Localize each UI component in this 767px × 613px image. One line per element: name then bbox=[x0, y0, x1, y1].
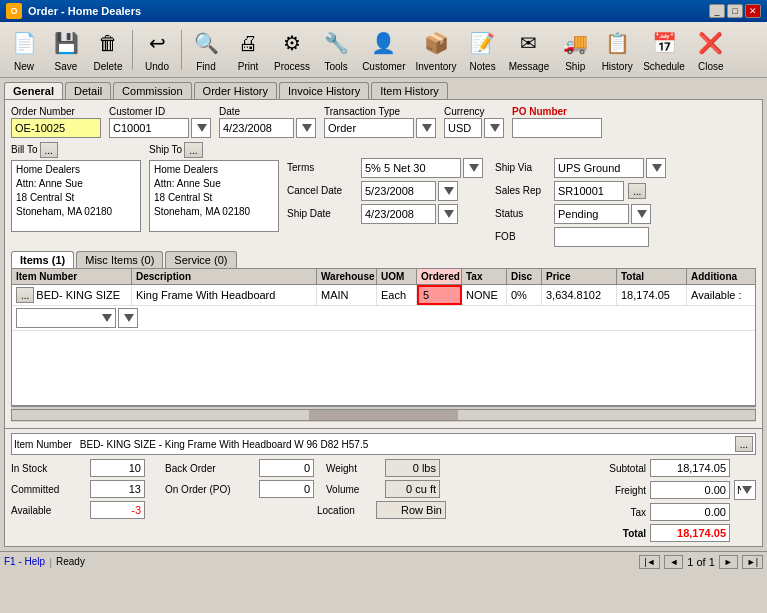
item-number-row: Item Number BED- KING SIZE - King Frame … bbox=[11, 433, 756, 455]
date-input[interactable] bbox=[219, 118, 294, 138]
customer-icon: 👤 bbox=[368, 27, 400, 59]
ship-date-input[interactable] bbox=[361, 204, 436, 224]
available-row: Available bbox=[11, 501, 145, 519]
toolbar-customer-button[interactable]: 👤 Customer bbox=[358, 25, 409, 74]
toolbar-close-button[interactable]: ❌ Close bbox=[691, 25, 731, 74]
sub-tab-service[interactable]: Service (0) bbox=[165, 251, 236, 268]
toolbar-save-button[interactable]: 💾 Save bbox=[46, 25, 86, 74]
fob-input[interactable] bbox=[554, 227, 649, 247]
item-dropdown-1[interactable] bbox=[16, 308, 116, 328]
fob-label: FOB bbox=[495, 231, 550, 242]
message-label: Message bbox=[509, 61, 550, 72]
bill-to-browse-button[interactable]: ... bbox=[40, 142, 58, 158]
volume-value[interactable] bbox=[385, 480, 440, 498]
schedule-icon: 📅 bbox=[648, 27, 680, 59]
tab-item-history[interactable]: Item History bbox=[371, 82, 448, 99]
next-page-button[interactable]: ► bbox=[719, 555, 738, 569]
cancel-date-select[interactable] bbox=[438, 181, 458, 201]
title-bar: O Order - Home Dealers _ □ ✕ bbox=[0, 0, 767, 22]
inventory-label: Inventory bbox=[415, 61, 456, 72]
tab-commission[interactable]: Commission bbox=[113, 82, 192, 99]
date-select[interactable] bbox=[296, 118, 316, 138]
weight-value[interactable] bbox=[385, 459, 440, 477]
tab-order-history[interactable]: Order History bbox=[194, 82, 277, 99]
total-value[interactable] bbox=[650, 524, 730, 542]
toolbar-notes-button[interactable]: 📝 Notes bbox=[463, 25, 503, 74]
on-order-row: On Order (PO) Volume bbox=[165, 480, 446, 498]
location-value[interactable] bbox=[376, 501, 446, 519]
sub-tab-misc-items[interactable]: Misc Items (0) bbox=[76, 251, 163, 268]
find-icon: 🔍 bbox=[190, 27, 222, 59]
in-stock-value[interactable] bbox=[90, 459, 145, 477]
item-browse-button[interactable]: ... bbox=[16, 287, 34, 303]
subtotal-value[interactable] bbox=[650, 459, 730, 477]
sub-tab-items[interactable]: Items (1) bbox=[11, 251, 74, 268]
tab-detail[interactable]: Detail bbox=[65, 82, 111, 99]
table-row[interactable]: ... BED- KING SIZE King Frame With Headb… bbox=[12, 285, 755, 306]
tax-value[interactable] bbox=[650, 503, 730, 521]
toolbar-tools-button[interactable]: 🔧 Tools bbox=[316, 25, 356, 74]
inventory-icon: 📦 bbox=[420, 27, 452, 59]
prev-page-button[interactable]: ◄ bbox=[664, 555, 683, 569]
currency-input[interactable] bbox=[444, 118, 482, 138]
first-page-button[interactable]: |◄ bbox=[639, 555, 660, 569]
toolbar-undo-button[interactable]: ↩ Undo bbox=[137, 25, 177, 74]
toolbar-new-button[interactable]: 📄 New bbox=[4, 25, 44, 74]
maximize-button[interactable]: □ bbox=[727, 4, 743, 18]
status-input[interactable] bbox=[554, 204, 629, 224]
freight-row: Freight N bbox=[576, 480, 756, 500]
tools-icon: 🔧 bbox=[320, 27, 352, 59]
close-window-button[interactable]: ✕ bbox=[745, 4, 761, 18]
cell-total: 18,174.05 bbox=[617, 285, 687, 305]
ship-via-input[interactable] bbox=[554, 158, 644, 178]
cell-ordered[interactable]: 5 bbox=[417, 285, 462, 305]
customer-id-input[interactable] bbox=[109, 118, 189, 138]
transaction-type-select[interactable] bbox=[416, 118, 436, 138]
item-number-browse-button[interactable]: ... bbox=[735, 436, 753, 452]
status-select[interactable] bbox=[631, 204, 651, 224]
last-page-button[interactable]: ►| bbox=[742, 555, 763, 569]
ship-to-address: Home DealersAttn: Anne Sue18 Central StS… bbox=[149, 160, 279, 232]
horizontal-scrollbar[interactable] bbox=[11, 406, 756, 422]
minimize-button[interactable]: _ bbox=[709, 4, 725, 18]
transaction-type-input[interactable] bbox=[324, 118, 414, 138]
tab-general[interactable]: General bbox=[4, 82, 63, 99]
sales-rep-input[interactable] bbox=[554, 181, 624, 201]
available-value[interactable] bbox=[90, 501, 145, 519]
toolbar-message-button[interactable]: ✉ Message bbox=[505, 25, 554, 74]
terms-select[interactable] bbox=[463, 158, 483, 178]
freight-flag-select[interactable]: N bbox=[734, 480, 756, 500]
item-dropdown-2[interactable] bbox=[118, 308, 138, 328]
print-icon: 🖨 bbox=[232, 27, 264, 59]
ship-via-select[interactable] bbox=[646, 158, 666, 178]
toolbar-ship-button[interactable]: 🚚 Ship bbox=[555, 25, 595, 74]
toolbar-schedule-button[interactable]: 📅 Schedule bbox=[639, 25, 689, 74]
toolbar-delete-button[interactable]: 🗑 Delete bbox=[88, 25, 128, 74]
currency-select[interactable] bbox=[484, 118, 504, 138]
item-number-value: BED- KING SIZE bbox=[36, 289, 120, 301]
sales-rep-browse-button[interactable]: ... bbox=[628, 183, 646, 199]
customer-id-select[interactable] bbox=[191, 118, 211, 138]
toolbar-separator bbox=[181, 30, 182, 70]
cancel-date-input[interactable] bbox=[361, 181, 436, 201]
toolbar-find-button[interactable]: 🔍 Find bbox=[186, 25, 226, 74]
main-content: GeneralDetailCommissionOrder HistoryInvo… bbox=[0, 78, 767, 551]
terms-input[interactable] bbox=[361, 158, 461, 178]
close-icon: ❌ bbox=[695, 27, 727, 59]
on-order-value[interactable] bbox=[259, 480, 314, 498]
freight-value[interactable] bbox=[650, 481, 730, 499]
tab-invoice-history[interactable]: Invoice History bbox=[279, 82, 369, 99]
ship-date-label: Ship Date bbox=[287, 208, 357, 219]
window-title: Order - Home Dealers bbox=[28, 5, 141, 17]
toolbar-print-button[interactable]: 🖨 Print bbox=[228, 25, 268, 74]
back-order-value[interactable] bbox=[259, 459, 314, 477]
toolbar-history-button[interactable]: 📋 History bbox=[597, 25, 637, 74]
order-number-input[interactable] bbox=[11, 118, 101, 138]
ship-date-select[interactable] bbox=[438, 204, 458, 224]
cancel-date-label: Cancel Date bbox=[287, 185, 357, 196]
committed-value[interactable] bbox=[90, 480, 145, 498]
ship-to-browse-button[interactable]: ... bbox=[184, 142, 202, 158]
toolbar-process-button[interactable]: ⚙ Process bbox=[270, 25, 314, 74]
toolbar-inventory-button[interactable]: 📦 Inventory bbox=[411, 25, 460, 74]
po-number-input[interactable] bbox=[512, 118, 602, 138]
